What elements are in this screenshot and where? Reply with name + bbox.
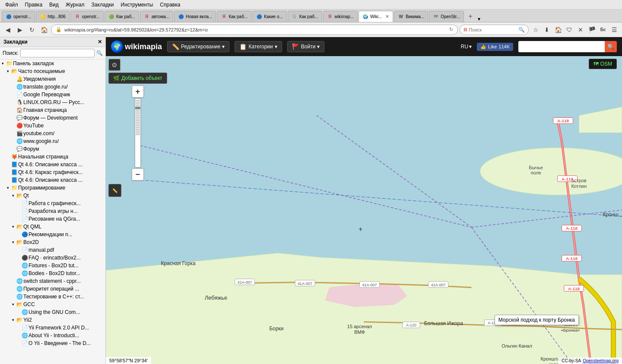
search-bar[interactable]: Я 🔍 (460, 25, 529, 35)
zoom-tick (136, 125, 140, 127)
back-button[interactable]: ◀ (3, 25, 13, 35)
close-nav-button[interactable]: ✕ (575, 25, 586, 35)
tab-label-2: http...806 (48, 14, 66, 19)
tab-12[interactable]: W Викима... (394, 11, 428, 22)
osm-button[interactable]: 🗺 OSM (589, 59, 617, 69)
tab-7[interactable]: Я Как раб... (217, 11, 251, 22)
tab-8[interactable]: 🔵 Какие о... (252, 11, 287, 22)
zoom-slider[interactable] (135, 98, 141, 168)
sidebar-search-input[interactable] (20, 49, 95, 57)
tree-item[interactable]: 📄Рисование на QGra... (0, 215, 105, 223)
wikimapia-search-button[interactable]: 🔍 (605, 41, 617, 52)
tree-item[interactable]: 🐧LINUX.ORG.RU — Русс... (0, 98, 105, 106)
tab-4[interactable]: 🟢 Как раб... (105, 11, 139, 22)
tree-item[interactable]: 🌐Приоритет операций ... (0, 285, 105, 293)
refresh-address-icon[interactable]: ↻ (449, 27, 453, 32)
login-button[interactable]: 🚩 Войти ▾ (287, 41, 325, 52)
download-button[interactable]: ⬇ (542, 25, 552, 35)
tab-13[interactable]: 🗺 OpenStr... (429, 11, 464, 22)
tree-item[interactable]: 📄Разработка игры н... (0, 207, 105, 215)
tree-item[interactable]: 📘Qt 4.6: Описание класса ... (0, 161, 105, 168)
tree-item[interactable]: 📄Yii Framework 2.0 API D... (0, 324, 105, 332)
menu-history[interactable]: Журнал (62, 1, 88, 9)
tab-9[interactable]: G Как раб... (288, 11, 322, 22)
tree-item[interactable]: 🌐Bodies - Box2D tutor... (0, 269, 105, 277)
tab-3[interactable]: Я openstr... (70, 11, 104, 22)
tab-10[interactable]: Я wikimap... (323, 11, 358, 22)
wikimapia-search-input[interactable] (518, 41, 605, 52)
menu-edit[interactable]: Правка (22, 1, 46, 9)
tab-6[interactable]: 🔵 Новая вкла... (174, 11, 216, 22)
search-input[interactable] (469, 27, 517, 32)
new-tab-button[interactable]: + (465, 11, 476, 22)
categories-button[interactable]: 📋 Категории ▾ (235, 41, 282, 52)
tree-item[interactable]: 🌐About Yii - Introducti... (0, 332, 105, 339)
bookmark-star-button[interactable]: ☆ (530, 25, 541, 35)
tree-item[interactable]: 💬Форум — Development (0, 114, 105, 122)
tree-item[interactable]: ▾📂Часто посещаемые (0, 67, 105, 75)
home-nav-button[interactable]: 🏠 (553, 25, 563, 35)
tree-item[interactable]: 🔵Рекомендации п... (0, 231, 105, 238)
tree-item[interactable]: 🔴YouTube (0, 122, 105, 130)
tree-item[interactable]: 🎬youtube.com/ (0, 130, 105, 137)
tab-2[interactable]: 🟡 http...806 (36, 11, 70, 22)
edit-button[interactable]: ✏️ Редактирование ▾ (167, 41, 229, 52)
menu-button[interactable]: ☰ (609, 25, 619, 35)
menu-file[interactable]: Файл (2, 1, 22, 9)
tree-item[interactable]: 📄manual.pdf (0, 246, 105, 254)
tree-item[interactable]: ▾📁Панель закладок (0, 60, 105, 67)
tab-5[interactable]: Я автома... (140, 11, 173, 22)
tree-item[interactable]: 📄Работа с графическ... (0, 199, 105, 207)
tab-1[interactable]: 🔵 openstr... (2, 11, 35, 22)
flag-button[interactable]: 🏴 (587, 25, 597, 35)
tree-item[interactable]: ▾📁Программирование (0, 184, 105, 192)
sidebar-search-icon[interactable]: 🔍 (96, 50, 103, 56)
tree-item[interactable]: ▾📂GCC (0, 301, 105, 308)
shield-button[interactable]: 🛡 (564, 25, 574, 35)
tree-item[interactable]: ▾📂Qt (0, 192, 105, 199)
menu-help[interactable]: Справка (156, 1, 184, 9)
tree-item[interactable]: ▾📂Yii2 (0, 316, 105, 324)
tree-item[interactable]: 🌐translate.google.ru/ (0, 83, 105, 91)
tree-item[interactable]: 🌐Fixtures - Box2D tut... (0, 262, 105, 269)
tab-overflow-button[interactable]: ▾ (476, 16, 482, 22)
osm-link[interactable]: Opensteetmap.org (583, 358, 619, 363)
home-button[interactable]: 🏠 (39, 25, 49, 35)
zoom-thumb[interactable] (135, 107, 140, 109)
tree-item[interactable]: ▾📂Qt QML (0, 223, 105, 231)
menu-tools[interactable]: Инструменты (117, 1, 157, 9)
tab-favicon-1: 🔵 (6, 14, 12, 20)
add-object-button[interactable]: 🌿 Добавить объект (108, 73, 167, 84)
tree-item[interactable]: 📘Qt 4.6: Каркас графическ... (0, 168, 105, 176)
map-container[interactable]: 🌍 wikimapia ✏️ Редактирование ▾ 📋 Катего… (106, 37, 622, 364)
tab-11[interactable]: 🌍 Wiki... ✕ (359, 11, 393, 22)
address-bar[interactable]: 🔒 wikimapia.org/#lang=ru&lat=59.982502&l… (51, 25, 458, 35)
tab-close-11[interactable]: ✕ (385, 14, 389, 19)
ruler-button[interactable]: 📏 (108, 184, 121, 197)
tree-item[interactable]: 🌐Тестирование в С++: ст... (0, 293, 105, 301)
zoom-in-button[interactable]: + (132, 85, 144, 98)
tree-item[interactable]: 📄О Yii - Введение - The D... (0, 339, 105, 347)
tree-item[interactable]: ⚫FAQ · erincatto/Box2... (0, 254, 105, 262)
tree-item[interactable]: 🌐www.google.ru/ (0, 137, 105, 145)
forward-button[interactable]: ▶ (15, 25, 25, 35)
item-icon: 📄 (22, 325, 29, 331)
tree-item[interactable]: 🦊Начальная страница (0, 153, 105, 161)
menu-bookmarks[interactable]: Закладки (88, 1, 117, 9)
refresh-button[interactable]: ↻ (27, 25, 37, 35)
map-layers-button[interactable]: ⊙ (108, 59, 121, 71)
tree-item[interactable]: 🔔Уведомления (0, 75, 105, 83)
tree-item[interactable]: 📘Qt 4.6: Описание класса ... (0, 176, 105, 184)
tree-item[interactable]: 💬Форум (0, 145, 105, 153)
tree-item[interactable]: 🌐Using the GNU Com... (0, 308, 105, 316)
zoom-out-button[interactable]: − (132, 168, 144, 180)
tree-item[interactable]: 🏠Главная страница (0, 106, 105, 114)
tree-item[interactable]: ▾📂Box2D (0, 238, 105, 246)
language-selector[interactable]: RU ▾ (461, 44, 472, 50)
facebook-like-button[interactable]: 👍 Like 114K (477, 43, 513, 51)
bc-button[interactable]: Бс (598, 25, 608, 35)
tree-item[interactable]: 🌐switch statement - cppr... (0, 277, 105, 285)
tree-item[interactable]: 📄Google Переводчик (0, 91, 105, 98)
sidebar-close-button[interactable]: ✕ (98, 39, 102, 45)
menu-view[interactable]: Вид (46, 1, 62, 9)
